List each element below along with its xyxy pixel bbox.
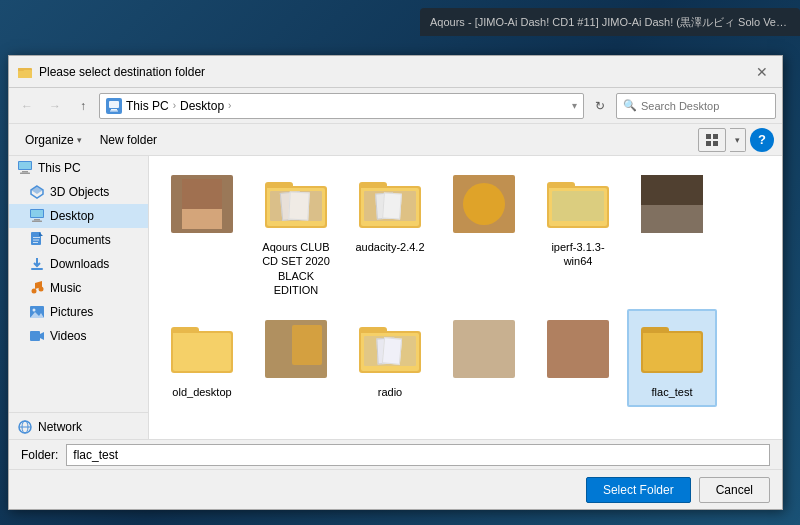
sidebar-item-music[interactable]: Music — [9, 276, 148, 300]
file-item-old-desktop[interactable]: old_desktop — [157, 309, 247, 407]
search-input[interactable] — [641, 100, 779, 112]
documents-icon — [29, 232, 45, 248]
sidebar-label-3d-objects: 3D Objects — [50, 185, 109, 199]
file-item-photo5[interactable] — [439, 309, 529, 407]
files-area[interactable]: Aqours CLUB CD SET 2020 BLACK EDITION — [149, 156, 782, 439]
folder-shape-radio — [359, 323, 421, 375]
music-icon — [29, 280, 45, 296]
downloads-icon — [29, 256, 45, 272]
svg-rect-17 — [31, 210, 43, 217]
videos-icon — [29, 328, 45, 344]
folder-content-preview — [364, 191, 416, 221]
svg-marker-32 — [40, 332, 44, 340]
svg-rect-11 — [19, 162, 31, 169]
sidebar-item-3d-objects[interactable]: 3D Objects — [9, 180, 148, 204]
photo2-thumb — [453, 175, 515, 233]
folder-shape-old-desktop — [171, 323, 233, 375]
svg-rect-7 — [713, 134, 718, 139]
folder-label-area: Folder: — [9, 439, 782, 469]
file-item-photo4[interactable] — [251, 309, 341, 407]
folder-shape-audacity — [359, 178, 421, 230]
photo3-icon — [640, 172, 704, 236]
file-item-photo6[interactable] — [533, 309, 623, 407]
preview-sheet2 — [288, 191, 309, 220]
folder-input[interactable] — [66, 444, 770, 466]
svg-point-26 — [32, 289, 37, 294]
svg-rect-3 — [109, 101, 119, 108]
file-item-audacity[interactable]: audacity-2.4.2 — [345, 164, 435, 305]
folder-front — [361, 333, 419, 371]
3d-objects-icon — [29, 184, 45, 200]
address-box[interactable]: This PC › Desktop › ▾ — [99, 93, 584, 119]
sidebar-item-documents[interactable]: Documents — [9, 228, 148, 252]
folder-front — [361, 188, 419, 226]
dialog-icon — [17, 64, 33, 80]
cancel-button[interactable]: Cancel — [699, 477, 770, 503]
photo4-icon — [264, 317, 328, 381]
flac-test-label: flac_test — [652, 385, 693, 399]
this-pc-sidebar-icon — [17, 160, 33, 176]
sidebar-item-pictures[interactable]: Pictures — [9, 300, 148, 324]
crumb-sep-2: › — [228, 100, 231, 111]
this-pc-icon — [106, 98, 122, 114]
crumb-this-pc[interactable]: This PC — [126, 99, 169, 113]
svg-point-27 — [39, 287, 44, 292]
photo5-icon — [452, 317, 516, 381]
iperf-label: iperf-3.1.3-win64 — [539, 240, 617, 269]
photo6-thumb — [547, 320, 609, 378]
forward-button[interactable]: → — [43, 94, 67, 118]
file-item-flac-test[interactable]: flac_test — [627, 309, 717, 407]
sidebar-label-desktop: Desktop — [50, 209, 94, 223]
sidebar-item-network[interactable]: Network — [9, 415, 148, 439]
sidebar-label-network: Network — [38, 420, 82, 434]
file-item-photo1[interactable] — [157, 164, 247, 305]
photo5-thumb — [453, 320, 515, 378]
svg-rect-23 — [33, 240, 39, 241]
sidebar-item-desktop[interactable]: Desktop — [9, 204, 148, 228]
back-button[interactable]: ← — [15, 94, 39, 118]
audacity-icon — [358, 172, 422, 236]
photo1-thumb — [171, 175, 233, 233]
sidebar-item-videos[interactable]: Videos — [9, 324, 148, 348]
content-area: This PC 3D Objects — [9, 156, 782, 439]
view-dropdown-button[interactable]: ▾ — [730, 128, 746, 152]
folder-shape-iperf — [547, 178, 609, 230]
view-button[interactable] — [698, 128, 726, 152]
sidebar-label-this-pc: This PC — [38, 161, 81, 175]
folder-content-preview — [364, 336, 416, 366]
up-button[interactable]: ↑ — [71, 94, 95, 118]
sidebar-label-videos: Videos — [50, 329, 86, 343]
svg-rect-9 — [713, 141, 718, 146]
file-item-aqours-club[interactable]: Aqours CLUB CD SET 2020 BLACK EDITION — [251, 164, 341, 305]
photo3-thumb — [641, 175, 703, 233]
file-item-iperf[interactable]: iperf-3.1.3-win64 — [533, 164, 623, 305]
help-button[interactable]: ? — [750, 128, 774, 152]
photo2-icon — [452, 172, 516, 236]
background-app-title: Aqours - [JIMO-Ai Dash! CD1 #11] JIMO-Ai… — [430, 15, 790, 30]
flac-test-icon — [640, 317, 704, 381]
aqours-club-label: Aqours CLUB CD SET 2020 BLACK EDITION — [257, 240, 335, 297]
files-grid: Aqours CLUB CD SET 2020 BLACK EDITION — [157, 164, 774, 407]
sidebar-item-downloads[interactable]: Downloads — [9, 252, 148, 276]
radio-icon — [358, 317, 422, 381]
svg-rect-13 — [20, 173, 30, 175]
file-item-photo2[interactable] — [439, 164, 529, 305]
sidebar-item-this-pc[interactable]: This PC — [9, 156, 148, 180]
folder-front — [267, 188, 325, 226]
toolbar: Organize ▾ New folder ▾ ? — [9, 124, 782, 156]
organize-button[interactable]: Organize ▾ — [17, 128, 90, 152]
refresh-button[interactable]: ↻ — [588, 94, 612, 118]
select-folder-button[interactable]: Select Folder — [586, 477, 691, 503]
network-icon — [17, 419, 33, 435]
radio-label: radio — [378, 385, 402, 399]
toolbar-right: ▾ ? — [698, 128, 774, 152]
new-folder-button[interactable]: New folder — [92, 128, 165, 152]
crumb-desktop[interactable]: Desktop — [180, 99, 224, 113]
photo6-icon — [546, 317, 610, 381]
file-item-radio[interactable]: radio — [345, 309, 435, 407]
file-item-photo3[interactable] — [627, 164, 717, 305]
folder-label: Folder: — [21, 448, 58, 462]
svg-rect-1 — [18, 70, 32, 78]
address-dropdown-arrow[interactable]: ▾ — [572, 100, 577, 111]
close-button[interactable]: ✕ — [750, 60, 774, 84]
